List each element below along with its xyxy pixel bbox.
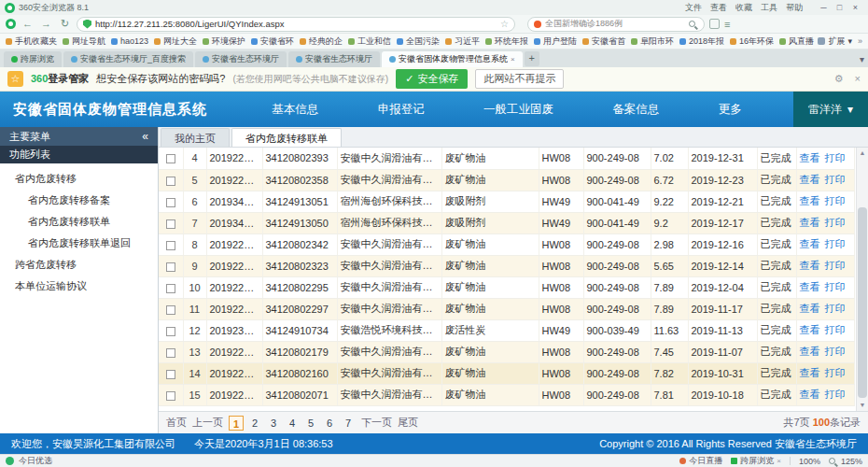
print-link[interactable]: 打印 <box>825 367 846 378</box>
view-link[interactable]: 查看 <box>800 303 820 314</box>
row-checkbox[interactable] <box>166 198 175 207</box>
row-checkbox[interactable] <box>166 284 175 293</box>
bookmark-item[interactable]: 2018年报 <box>679 35 724 48</box>
bookmark-item[interactable]: hao123 <box>111 35 148 48</box>
content-tab[interactable]: 省内危废转移联单 <box>231 128 342 147</box>
view-link[interactable]: 查看 <box>800 238 820 249</box>
screenshot-icon[interactable] <box>709 19 720 29</box>
view-link[interactable]: 查看 <box>800 324 820 335</box>
page-button[interactable]: 1 <box>229 416 244 431</box>
bookmark-item[interactable]: 全国污染 <box>397 35 440 48</box>
bookmark-item[interactable]: 手机收藏夹 <box>6 35 57 48</box>
scroll-up-icon[interactable]: ▲ <box>857 148 868 159</box>
nav-item[interactable]: 申报登记 <box>371 92 432 127</box>
view-link[interactable]: 查看 <box>800 195 820 206</box>
sidebar-item[interactable]: 省内危废转移 <box>0 168 158 190</box>
page-button[interactable]: 5 <box>303 416 318 431</box>
browser-tab[interactable]: 跨屏浏览 <box>4 51 62 67</box>
table-row[interactable]: 420192247034120802393安徽中久润滑油有限公...废矿物油HW… <box>159 148 855 169</box>
view-link[interactable]: 查看 <box>800 281 820 292</box>
search-field[interactable]: 全国新增确诊1886例 <box>527 17 705 32</box>
vertical-scrollbar[interactable]: ▲ ▼ <box>856 148 868 411</box>
row-checkbox[interactable] <box>166 154 175 163</box>
daily-picks-label[interactable]: 今日优选 <box>19 455 52 467</box>
print-link[interactable]: 打印 <box>825 324 846 335</box>
print-link[interactable]: 打印 <box>825 238 846 249</box>
close-tab-icon[interactable]: × <box>511 55 515 64</box>
close-button[interactable]: × <box>847 3 863 12</box>
extensions-button[interactable]: 扩展 ▾ <box>818 35 852 48</box>
first-page-button[interactable]: 首页 <box>166 416 187 430</box>
scroll-track[interactable] <box>857 159 868 400</box>
maximize-button[interactable]: □ <box>832 3 847 12</box>
bookmark-item[interactable]: 16年环保 <box>730 35 774 48</box>
bookmark-item[interactable]: 经典的企 <box>300 35 343 48</box>
bookmark-item[interactable]: 安徽省首 <box>582 35 625 48</box>
table-row[interactable]: 520192247034120802358安徽中久润滑油有限公...废矿物油HW… <box>159 169 855 191</box>
sidebar-item[interactable]: 省内危废转移联单退回 <box>0 233 158 254</box>
table-row[interactable]: 1420192247034120802160安徽中久润滑油有限公...废矿物油H… <box>159 362 855 384</box>
row-checkbox[interactable] <box>166 262 175 272</box>
cross-screen-close-icon[interactable]: × <box>777 457 781 465</box>
print-link[interactable]: 打印 <box>825 346 846 357</box>
menu-item[interactable]: 查看 <box>710 2 727 14</box>
banner-close-icon[interactable]: × <box>855 73 861 85</box>
view-link[interactable]: 查看 <box>800 389 820 400</box>
back-icon[interactable]: ← <box>21 17 35 31</box>
bookmark-item[interactable]: 阜阳市环 <box>631 35 674 48</box>
last-page-button[interactable]: 尾页 <box>398 416 418 430</box>
gear-icon[interactable]: ⚙ <box>834 73 844 85</box>
nav-item[interactable]: 基本信息 <box>264 92 326 127</box>
browser-home-icon[interactable] <box>6 19 16 29</box>
speed-ball-icon[interactable] <box>6 457 14 465</box>
row-checkbox[interactable] <box>166 348 175 358</box>
save-password-button[interactable]: ✓ 安全保存 <box>396 69 468 89</box>
nav-item[interactable]: 更多 <box>711 92 749 127</box>
sidebar-item[interactable]: 跨省危废转移 <box>0 254 158 276</box>
next-page-button[interactable]: 下一页 <box>361 416 392 430</box>
nav-item[interactable]: 备案信息 <box>605 92 666 127</box>
bookmark-item[interactable]: 风直播 <box>779 35 814 48</box>
print-link[interactable]: 打印 <box>825 217 846 228</box>
bookmark-item[interactable]: 网址大全 <box>154 35 197 48</box>
menu-item[interactable]: 帮助 <box>786 2 803 14</box>
row-checkbox[interactable] <box>166 305 175 315</box>
dismiss-site-button[interactable]: 此网站不再提示 <box>475 69 564 89</box>
sidebar-item[interactable]: 本单位运输协议 <box>0 276 158 297</box>
tab-list-icon[interactable]: ▾ <box>860 54 864 64</box>
print-link[interactable]: 打印 <box>825 281 846 292</box>
table-row[interactable]: 1120192247034120802297安徽中久润滑油有限公...废矿物油H… <box>159 298 855 319</box>
table-row[interactable]: 1520192247034120802071安徽中久润滑油有限公...废矿物油H… <box>159 384 855 405</box>
sidebar-item[interactable]: 省内危废转移联单 <box>0 211 158 233</box>
scroll-thumb[interactable] <box>858 207 867 398</box>
bookmark-item[interactable]: 环统年报 <box>485 35 528 48</box>
sidebar-collapse-icon[interactable]: « <box>142 130 148 143</box>
forward-icon[interactable]: → <box>39 17 53 31</box>
bookmark-item[interactable]: 网址导航 <box>63 35 105 48</box>
scroll-down-icon[interactable]: ▼ <box>857 400 868 411</box>
view-link[interactable]: 查看 <box>800 217 820 228</box>
print-link[interactable]: 打印 <box>825 303 846 314</box>
view-link[interactable]: 查看 <box>800 260 820 271</box>
zoom-control[interactable]: 100% <box>799 457 820 466</box>
bookmark-item[interactable]: 工业和信 <box>348 35 391 48</box>
bookmark-item[interactable]: 安徽省环 <box>251 35 294 48</box>
table-row[interactable]: 1320192247034120802179安徽中久润滑油有限公...废矿物油H… <box>159 341 855 362</box>
print-link[interactable]: 打印 <box>825 260 846 271</box>
refresh-icon[interactable]: ↻ <box>58 17 72 31</box>
table-row[interactable]: 920192247034120802323安徽中久润滑油有限公...废矿物油HW… <box>159 255 855 276</box>
new-tab-button[interactable]: + <box>525 51 539 66</box>
bookmark-item[interactable]: 习近平 <box>445 35 480 48</box>
table-row[interactable]: 820192247034120802342安徽中久润滑油有限公...废矿物油HW… <box>159 234 855 255</box>
row-checkbox[interactable] <box>166 241 175 250</box>
bookmark-item[interactable]: 用户登陆 <box>534 35 577 48</box>
nav-item[interactable]: 一般工业固废 <box>476 92 561 127</box>
view-link[interactable]: 查看 <box>800 346 820 357</box>
print-link[interactable]: 打印 <box>825 195 846 206</box>
browser-tab[interactable]: 安徽省生态环境厅 <box>195 51 287 67</box>
row-checkbox[interactable] <box>166 327 175 336</box>
bookmark-star-icon[interactable]: ☆ <box>500 19 509 29</box>
bookmark-item[interactable]: 环境保护 <box>203 35 245 48</box>
table-row[interactable]: 720193467234124913050宿州海创环保科技有限...废吸附剂HW… <box>159 212 855 234</box>
prev-page-button[interactable]: 上一页 <box>192 416 223 430</box>
